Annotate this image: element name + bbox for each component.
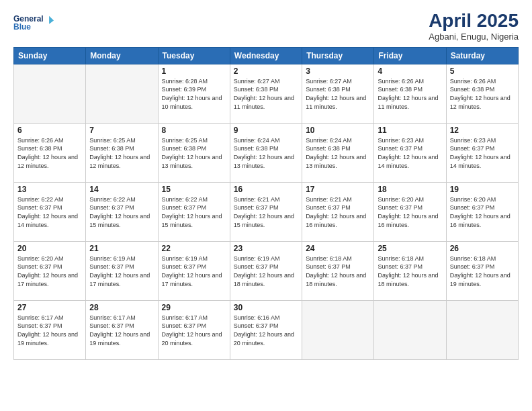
header-sunday: Sunday — [14, 47, 86, 64]
cell-text: Sunrise: 6:20 AM Sunset: 6:37 PM Dayligh… — [378, 195, 442, 229]
calendar-cell — [86, 64, 158, 123]
header: General Blue April 2025 Agbani, Enugu, N… — [13, 11, 519, 42]
calendar-cell: 5Sunrise: 6:26 AM Sunset: 6:38 PM Daylig… — [446, 64, 518, 123]
cell-text: Sunrise: 6:19 AM Sunset: 6:37 PM Dayligh… — [89, 255, 154, 288]
calendar-cell: 4Sunrise: 6:26 AM Sunset: 6:38 PM Daylig… — [374, 64, 446, 123]
day-number: 7 — [89, 126, 154, 135]
svg-marker-2 — [49, 16, 54, 24]
cell-text: Sunrise: 6:17 AM Sunset: 6:37 PM Dayligh… — [17, 314, 82, 347]
calendar-cell: 19Sunrise: 6:20 AM Sunset: 6:37 PM Dayli… — [446, 182, 518, 241]
cell-text: Sunrise: 6:28 AM Sunset: 6:39 PM Dayligh… — [162, 77, 226, 111]
cell-text: Sunrise: 6:24 AM Sunset: 6:38 PM Dayligh… — [234, 136, 298, 170]
day-number: 21 — [89, 244, 154, 253]
day-number: 17 — [306, 185, 370, 194]
day-number: 20 — [17, 244, 82, 253]
calendar-cell: 2Sunrise: 6:27 AM Sunset: 6:38 PM Daylig… — [230, 64, 302, 123]
day-number: 10 — [306, 126, 370, 135]
calendar-title: April 2025 — [429, 11, 519, 32]
logo: General Blue — [13, 11, 54, 35]
calendar-cell: 24Sunrise: 6:18 AM Sunset: 6:37 PM Dayli… — [302, 241, 374, 300]
calendar-cell: 12Sunrise: 6:23 AM Sunset: 6:37 PM Dayli… — [446, 123, 518, 182]
cell-text: Sunrise: 6:18 AM Sunset: 6:37 PM Dayligh… — [450, 255, 515, 288]
calendar-body: 1Sunrise: 6:28 AM Sunset: 6:39 PM Daylig… — [14, 64, 519, 359]
header-tuesday: Tuesday — [158, 47, 230, 64]
calendar-cell: 21Sunrise: 6:19 AM Sunset: 6:37 PM Dayli… — [86, 241, 158, 300]
calendar-week-3: 13Sunrise: 6:22 AM Sunset: 6:37 PM Dayli… — [14, 182, 519, 241]
calendar-cell: 7Sunrise: 6:25 AM Sunset: 6:38 PM Daylig… — [86, 123, 158, 182]
day-number: 4 — [378, 66, 442, 76]
calendar-cell: 9Sunrise: 6:24 AM Sunset: 6:38 PM Daylig… — [230, 123, 302, 182]
calendar-cell: 30Sunrise: 6:16 AM Sunset: 6:37 PM Dayli… — [230, 300, 302, 359]
cell-text: Sunrise: 6:18 AM Sunset: 6:37 PM Dayligh… — [378, 255, 442, 288]
cell-text: Sunrise: 6:27 AM Sunset: 6:38 PM Dayligh… — [234, 77, 298, 111]
day-number: 13 — [17, 185, 82, 194]
calendar-cell — [14, 64, 86, 123]
calendar-cell: 18Sunrise: 6:20 AM Sunset: 6:37 PM Dayli… — [374, 182, 446, 241]
cell-text: Sunrise: 6:19 AM Sunset: 6:37 PM Dayligh… — [234, 255, 298, 288]
cell-text: Sunrise: 6:20 AM Sunset: 6:37 PM Dayligh… — [17, 255, 82, 288]
cell-text: Sunrise: 6:20 AM Sunset: 6:37 PM Dayligh… — [450, 195, 515, 229]
cell-text: Sunrise: 6:18 AM Sunset: 6:37 PM Dayligh… — [306, 255, 370, 288]
calendar-cell: 13Sunrise: 6:22 AM Sunset: 6:37 PM Dayli… — [14, 182, 86, 241]
cell-text: Sunrise: 6:23 AM Sunset: 6:37 PM Dayligh… — [378, 136, 442, 170]
calendar-cell: 28Sunrise: 6:17 AM Sunset: 6:37 PM Dayli… — [86, 300, 158, 359]
calendar-cell: 6Sunrise: 6:26 AM Sunset: 6:38 PM Daylig… — [14, 123, 86, 182]
cell-text: Sunrise: 6:26 AM Sunset: 6:38 PM Dayligh… — [450, 77, 515, 111]
cell-text: Sunrise: 6:21 AM Sunset: 6:37 PM Dayligh… — [306, 195, 370, 229]
calendar-cell: 10Sunrise: 6:24 AM Sunset: 6:38 PM Dayli… — [302, 123, 374, 182]
day-number: 9 — [234, 126, 298, 135]
day-number: 6 — [17, 126, 82, 135]
day-number: 16 — [234, 185, 298, 194]
calendar-cell: 20Sunrise: 6:20 AM Sunset: 6:37 PM Dayli… — [14, 241, 86, 300]
day-number: 24 — [306, 244, 370, 253]
calendar-cell: 29Sunrise: 6:17 AM Sunset: 6:37 PM Dayli… — [158, 300, 230, 359]
logo-svg: General Blue — [13, 11, 54, 35]
calendar-cell: 8Sunrise: 6:25 AM Sunset: 6:38 PM Daylig… — [158, 123, 230, 182]
cell-text: Sunrise: 6:24 AM Sunset: 6:38 PM Dayligh… — [306, 136, 370, 170]
calendar-cell: 16Sunrise: 6:21 AM Sunset: 6:37 PM Dayli… — [230, 182, 302, 241]
cell-text: Sunrise: 6:21 AM Sunset: 6:37 PM Dayligh… — [234, 195, 298, 229]
day-number: 5 — [450, 66, 515, 76]
calendar-cell: 1Sunrise: 6:28 AM Sunset: 6:39 PM Daylig… — [158, 64, 230, 123]
cell-text: Sunrise: 6:25 AM Sunset: 6:38 PM Dayligh… — [162, 136, 226, 170]
header-friday: Friday — [374, 47, 446, 64]
calendar-cell: 25Sunrise: 6:18 AM Sunset: 6:37 PM Dayli… — [374, 241, 446, 300]
page: General Blue April 2025 Agbani, Enugu, N… — [0, 0, 532, 411]
day-number: 1 — [162, 66, 226, 76]
cell-text: Sunrise: 6:26 AM Sunset: 6:38 PM Dayligh… — [17, 136, 82, 170]
cell-text: Sunrise: 6:17 AM Sunset: 6:37 PM Dayligh… — [162, 314, 226, 347]
day-number: 3 — [306, 66, 370, 76]
day-number: 27 — [17, 303, 82, 312]
day-number: 22 — [162, 244, 226, 253]
header-wednesday: Wednesday — [230, 47, 302, 64]
day-number: 15 — [162, 185, 226, 194]
cell-text: Sunrise: 6:17 AM Sunset: 6:37 PM Dayligh… — [89, 314, 154, 347]
cell-text: Sunrise: 6:19 AM Sunset: 6:37 PM Dayligh… — [162, 255, 226, 288]
header-saturday: Saturday — [446, 47, 518, 64]
calendar-table: Sunday Monday Tuesday Wednesday Thursday… — [13, 47, 519, 360]
calendar-cell: 17Sunrise: 6:21 AM Sunset: 6:37 PM Dayli… — [302, 182, 374, 241]
day-number: 23 — [234, 244, 298, 253]
day-number: 8 — [162, 126, 226, 135]
calendar-cell: 26Sunrise: 6:18 AM Sunset: 6:37 PM Dayli… — [446, 241, 518, 300]
calendar-subtitle: Agbani, Enugu, Nigeria — [429, 32, 519, 42]
calendar-header: Sunday Monday Tuesday Wednesday Thursday… — [14, 47, 519, 64]
calendar-cell: 3Sunrise: 6:27 AM Sunset: 6:38 PM Daylig… — [302, 64, 374, 123]
header-row: Sunday Monday Tuesday Wednesday Thursday… — [14, 47, 519, 64]
calendar-week-4: 20Sunrise: 6:20 AM Sunset: 6:37 PM Dayli… — [14, 241, 519, 300]
cell-text: Sunrise: 6:22 AM Sunset: 6:37 PM Dayligh… — [17, 195, 82, 229]
cell-text: Sunrise: 6:26 AM Sunset: 6:38 PM Dayligh… — [378, 77, 442, 111]
calendar-week-5: 27Sunrise: 6:17 AM Sunset: 6:37 PM Dayli… — [14, 300, 519, 359]
day-number: 26 — [450, 244, 515, 253]
header-thursday: Thursday — [302, 47, 374, 64]
calendar-cell: 15Sunrise: 6:22 AM Sunset: 6:37 PM Dayli… — [158, 182, 230, 241]
calendar-cell: 22Sunrise: 6:19 AM Sunset: 6:37 PM Dayli… — [158, 241, 230, 300]
calendar-cell: 11Sunrise: 6:23 AM Sunset: 6:37 PM Dayli… — [374, 123, 446, 182]
calendar-cell — [446, 300, 518, 359]
calendar-cell: 27Sunrise: 6:17 AM Sunset: 6:37 PM Dayli… — [14, 300, 86, 359]
cell-text: Sunrise: 6:27 AM Sunset: 6:38 PM Dayligh… — [306, 77, 370, 111]
day-number: 11 — [378, 126, 442, 135]
calendar-week-2: 6Sunrise: 6:26 AM Sunset: 6:38 PM Daylig… — [14, 123, 519, 182]
day-number: 12 — [450, 126, 515, 135]
cell-text: Sunrise: 6:25 AM Sunset: 6:38 PM Dayligh… — [89, 136, 154, 170]
